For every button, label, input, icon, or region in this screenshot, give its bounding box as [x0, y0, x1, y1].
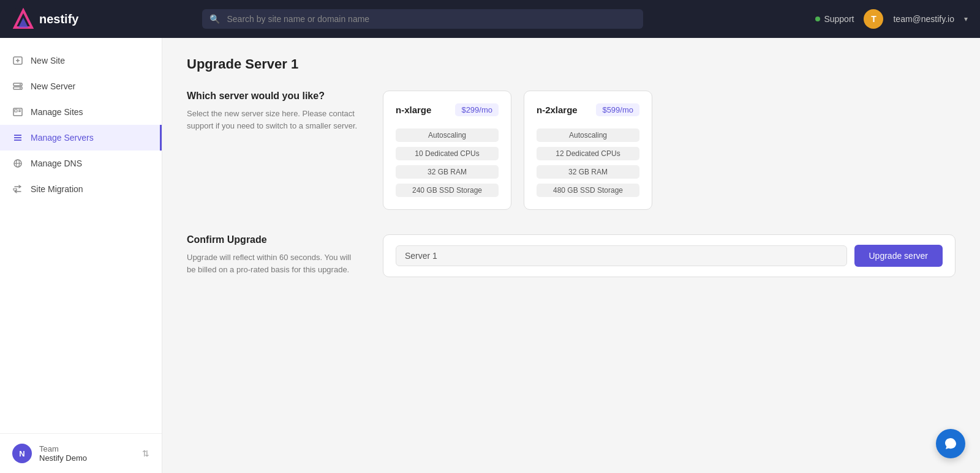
- svg-point-9: [20, 88, 21, 89]
- feature-cpus-1: 10 Dedicated CPUs: [396, 147, 499, 160]
- feature-ram-1: 32 GB RAM: [396, 165, 499, 179]
- confirm-upgrade-right: Server 1 Upgrade server: [383, 234, 956, 277]
- svg-rect-20: [13, 188, 17, 190]
- sidebar-item-manage-dns[interactable]: Manage DNS: [0, 151, 162, 176]
- server-selection-title: Which server would you like?: [187, 91, 358, 102]
- manage-servers-icon: [12, 132, 23, 143]
- team-info: Team Nestify Demo: [39, 444, 135, 463]
- server-selection-section: Which server would you like? Select the …: [187, 91, 956, 210]
- feature-autoscaling-1: Autoscaling: [396, 128, 499, 142]
- support-status-dot: [815, 17, 820, 21]
- svg-rect-11: [15, 110, 17, 112]
- feature-storage-1: 240 GB SSD Storage: [396, 184, 499, 197]
- search-input[interactable]: [202, 9, 643, 29]
- sidebar-item-new-site[interactable]: New Site: [0, 48, 162, 73]
- sidebar-footer: N Team Nestify Demo ⇅: [0, 433, 162, 473]
- card-name-2xlarge: n-2xlarge: [537, 105, 578, 115]
- sidebar-label-new-server: New Server: [31, 81, 75, 91]
- server-selection-left: Which server would you like? Select the …: [187, 91, 358, 210]
- feature-storage-2: 480 GB SSD Storage: [537, 184, 639, 197]
- page-title: Upgrade Server 1: [187, 56, 956, 72]
- sidebar-item-manage-servers[interactable]: Manage Servers: [0, 125, 162, 151]
- confirm-upgrade-title: Confirm Upgrade: [187, 234, 358, 245]
- card-header-2xlarge: n-2xlarge $599/mo: [537, 103, 639, 116]
- chat-icon: [944, 437, 957, 450]
- user-avatar: T: [864, 9, 883, 29]
- sidebar-label-manage-dns: Manage DNS: [31, 158, 82, 168]
- user-menu-chevron[interactable]: ▾: [964, 15, 968, 23]
- new-server-icon: [12, 81, 23, 92]
- upgrade-server-button[interactable]: Upgrade server: [854, 245, 943, 267]
- confirm-server-name: Server 1: [396, 245, 847, 266]
- manage-dns-icon: [12, 158, 23, 169]
- search-bar: 🔍: [202, 9, 643, 29]
- sidebar-nav: New Site New Server: [0, 38, 162, 433]
- layout: New Site New Server: [0, 38, 980, 473]
- svg-point-8: [20, 84, 21, 85]
- team-avatar: N: [12, 444, 32, 463]
- header-right: Support T team@nestify.io ▾: [815, 9, 968, 29]
- sidebar-item-new-server[interactable]: New Server: [0, 73, 162, 99]
- feature-ram-2: 32 GB RAM: [537, 165, 639, 179]
- logo-text: nestify: [39, 12, 78, 26]
- server-card-2xlarge[interactable]: n-2xlarge $599/mo Autoscaling 12 Dedicat…: [524, 91, 652, 210]
- card-features-2xlarge: Autoscaling 12 Dedicated CPUs 32 GB RAM …: [537, 128, 639, 197]
- main-content: Upgrade Server 1 Which server would you …: [162, 38, 980, 473]
- confirm-upgrade-desc: Upgrade will reflect within 60 seconds. …: [187, 251, 358, 275]
- search-icon: 🔍: [209, 14, 220, 24]
- sidebar-item-site-migration[interactable]: Site Migration: [0, 176, 162, 202]
- confirm-box: Server 1 Upgrade server: [383, 234, 956, 277]
- svg-rect-12: [18, 110, 21, 111]
- sidebar-label-new-site: New Site: [31, 56, 65, 65]
- chat-button[interactable]: [936, 429, 965, 458]
- site-migration-icon: [12, 184, 23, 195]
- sidebar-label-manage-sites: Manage Sites: [31, 107, 83, 117]
- feature-cpus-2: 12 Dedicated CPUs: [537, 147, 639, 160]
- team-org-name: Nestify Demo: [39, 453, 135, 463]
- card-name-xlarge: n-xlarge: [396, 105, 431, 115]
- sidebar: New Site New Server: [0, 38, 162, 473]
- sidebar-item-manage-sites[interactable]: Manage Sites: [0, 99, 162, 125]
- header: nestify 🔍 Support T team@nestify.io ▾: [0, 0, 980, 38]
- card-price-xlarge: $299/mo: [455, 103, 499, 116]
- new-site-icon: [12, 55, 23, 66]
- nestify-logo-icon: [12, 8, 34, 30]
- logo: nestify: [12, 8, 110, 30]
- card-header-xlarge: n-xlarge $299/mo: [396, 103, 499, 116]
- confirm-upgrade-left: Confirm Upgrade Upgrade will reflect wit…: [187, 234, 358, 277]
- expand-button[interactable]: ⇅: [142, 449, 149, 458]
- server-card-xlarge[interactable]: n-xlarge $299/mo Autoscaling 10 Dedicate…: [383, 91, 511, 210]
- svg-rect-13: [18, 111, 21, 113]
- team-label: Team: [39, 444, 135, 453]
- manage-sites-icon: [12, 106, 23, 117]
- card-price-2xlarge: $599/mo: [596, 103, 639, 116]
- support-indicator: Support: [815, 14, 854, 24]
- sidebar-label-manage-servers: Manage Servers: [31, 133, 94, 143]
- user-email: team@nestify.io: [893, 14, 954, 24]
- support-label: Support: [824, 14, 854, 24]
- sidebar-label-site-migration: Site Migration: [31, 184, 83, 194]
- feature-autoscaling-2: Autoscaling: [537, 128, 639, 142]
- server-cards-container: n-xlarge $299/mo Autoscaling 10 Dedicate…: [383, 91, 956, 210]
- confirm-upgrade-section: Confirm Upgrade Upgrade will reflect wit…: [187, 234, 956, 277]
- card-features-xlarge: Autoscaling 10 Dedicated CPUs 32 GB RAM …: [396, 128, 499, 197]
- server-selection-desc: Select the new server size here. Please …: [187, 108, 358, 132]
